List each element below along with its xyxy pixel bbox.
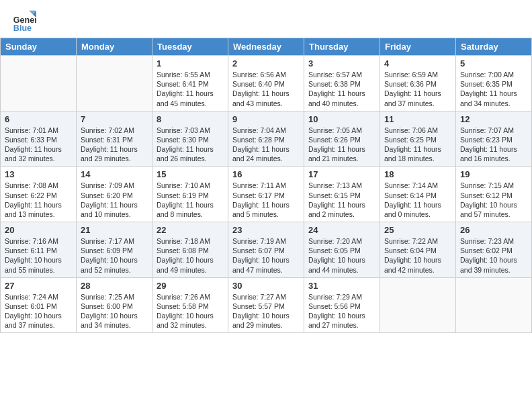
day-info: Sunrise: 7:01 AM Sunset: 6:33 PM Dayligh… xyxy=(5,126,72,164)
day-number: 23 xyxy=(232,225,300,235)
day-number: 26 xyxy=(460,225,527,235)
column-header-saturday: Saturday xyxy=(456,38,532,56)
day-number: 2 xyxy=(232,58,300,68)
day-info: Sunrise: 7:23 AM Sunset: 6:02 PM Dayligh… xyxy=(460,236,527,275)
logo: General Blue xyxy=(12,9,36,34)
column-header-thursday: Thursday xyxy=(304,38,380,56)
calendar-cell: 30Sunrise: 7:27 AM Sunset: 5:57 PM Dayli… xyxy=(228,277,304,333)
day-info: Sunrise: 7:19 AM Sunset: 6:07 PM Dayligh… xyxy=(232,236,300,275)
day-info: Sunrise: 6:56 AM Sunset: 6:40 PM Dayligh… xyxy=(232,70,300,108)
calendar-cell: 9Sunrise: 7:04 AM Sunset: 6:28 PM Daylig… xyxy=(228,111,304,167)
day-number: 22 xyxy=(157,225,224,235)
day-info: Sunrise: 7:15 AM Sunset: 6:12 PM Dayligh… xyxy=(460,181,527,219)
day-number: 29 xyxy=(157,281,224,291)
day-info: Sunrise: 7:24 AM Sunset: 6:01 PM Dayligh… xyxy=(5,292,72,330)
day-info: Sunrise: 7:07 AM Sunset: 6:23 PM Dayligh… xyxy=(460,126,527,164)
day-info: Sunrise: 7:17 AM Sunset: 6:09 PM Dayligh… xyxy=(81,236,148,275)
day-info: Sunrise: 7:00 AM Sunset: 6:35 PM Dayligh… xyxy=(460,70,527,108)
day-number: 4 xyxy=(384,58,451,68)
calendar-week-row: 27Sunrise: 7:24 AM Sunset: 6:01 PM Dayli… xyxy=(1,277,532,333)
day-info: Sunrise: 7:10 AM Sunset: 6:19 PM Dayligh… xyxy=(157,181,224,219)
day-number: 11 xyxy=(384,114,451,124)
calendar-cell: 4Sunrise: 6:59 AM Sunset: 6:36 PM Daylig… xyxy=(380,56,456,111)
day-info: Sunrise: 6:59 AM Sunset: 6:36 PM Dayligh… xyxy=(384,70,451,108)
calendar-cell: 24Sunrise: 7:20 AM Sunset: 6:05 PM Dayli… xyxy=(304,222,380,278)
day-info: Sunrise: 6:55 AM Sunset: 6:41 PM Dayligh… xyxy=(157,70,224,108)
calendar-cell: 1Sunrise: 6:55 AM Sunset: 6:41 PM Daylig… xyxy=(152,56,228,111)
day-info: Sunrise: 7:16 AM Sunset: 6:11 PM Dayligh… xyxy=(5,236,72,275)
calendar-cell xyxy=(1,56,77,111)
day-number: 31 xyxy=(308,281,375,291)
calendar-cell: 25Sunrise: 7:22 AM Sunset: 6:04 PM Dayli… xyxy=(380,222,456,278)
page-header: General Blue xyxy=(0,0,532,38)
day-info: Sunrise: 7:18 AM Sunset: 6:08 PM Dayligh… xyxy=(157,236,224,275)
day-info: Sunrise: 7:02 AM Sunset: 6:31 PM Dayligh… xyxy=(81,126,148,164)
calendar-cell: 14Sunrise: 7:09 AM Sunset: 6:20 PM Dayli… xyxy=(77,167,152,222)
calendar-cell: 6Sunrise: 7:01 AM Sunset: 6:33 PM Daylig… xyxy=(1,111,77,167)
logo-icon: General Blue xyxy=(12,9,36,34)
calendar-cell: 19Sunrise: 7:15 AM Sunset: 6:12 PM Dayli… xyxy=(456,167,532,222)
day-info: Sunrise: 7:08 AM Sunset: 6:22 PM Dayligh… xyxy=(5,181,72,219)
column-header-wednesday: Wednesday xyxy=(228,38,304,56)
day-info: Sunrise: 7:13 AM Sunset: 6:15 PM Dayligh… xyxy=(308,181,375,219)
calendar-cell: 28Sunrise: 7:25 AM Sunset: 6:00 PM Dayli… xyxy=(77,277,152,333)
day-info: Sunrise: 7:04 AM Sunset: 6:28 PM Dayligh… xyxy=(232,126,300,164)
day-number: 17 xyxy=(308,169,375,179)
day-info: Sunrise: 7:03 AM Sunset: 6:30 PM Dayligh… xyxy=(157,126,224,164)
day-number: 19 xyxy=(460,169,527,179)
calendar-cell: 18Sunrise: 7:14 AM Sunset: 6:14 PM Dayli… xyxy=(380,167,456,222)
day-info: Sunrise: 7:05 AM Sunset: 6:26 PM Dayligh… xyxy=(308,126,375,164)
calendar-cell: 7Sunrise: 7:02 AM Sunset: 6:31 PM Daylig… xyxy=(77,111,152,167)
day-number: 18 xyxy=(384,169,451,179)
day-info: Sunrise: 7:26 AM Sunset: 5:58 PM Dayligh… xyxy=(157,292,224,330)
calendar-table: SundayMondayTuesdayWednesdayThursdayFrid… xyxy=(0,38,532,333)
day-number: 3 xyxy=(308,58,375,68)
calendar-cell: 10Sunrise: 7:05 AM Sunset: 6:26 PM Dayli… xyxy=(304,111,380,167)
day-info: Sunrise: 7:27 AM Sunset: 5:57 PM Dayligh… xyxy=(232,292,300,330)
calendar-cell: 5Sunrise: 7:00 AM Sunset: 6:35 PM Daylig… xyxy=(456,56,532,111)
day-number: 9 xyxy=(232,114,300,124)
day-number: 5 xyxy=(460,58,527,68)
svg-text:Blue: Blue xyxy=(13,24,32,33)
column-header-tuesday: Tuesday xyxy=(152,38,228,56)
calendar-cell: 17Sunrise: 7:13 AM Sunset: 6:15 PM Dayli… xyxy=(304,167,380,222)
day-number: 6 xyxy=(5,114,72,124)
day-info: Sunrise: 7:06 AM Sunset: 6:25 PM Dayligh… xyxy=(384,126,451,164)
day-info: Sunrise: 7:20 AM Sunset: 6:05 PM Dayligh… xyxy=(308,236,375,275)
day-info: Sunrise: 7:29 AM Sunset: 5:56 PM Dayligh… xyxy=(308,292,375,330)
calendar-cell: 23Sunrise: 7:19 AM Sunset: 6:07 PM Dayli… xyxy=(228,222,304,278)
calendar-cell: 31Sunrise: 7:29 AM Sunset: 5:56 PM Dayli… xyxy=(304,277,380,333)
day-info: Sunrise: 6:57 AM Sunset: 6:38 PM Dayligh… xyxy=(308,70,375,108)
day-number: 15 xyxy=(157,169,224,179)
calendar-cell: 26Sunrise: 7:23 AM Sunset: 6:02 PM Dayli… xyxy=(456,222,532,278)
calendar-cell: 27Sunrise: 7:24 AM Sunset: 6:01 PM Dayli… xyxy=(1,277,77,333)
calendar-week-row: 20Sunrise: 7:16 AM Sunset: 6:11 PM Dayli… xyxy=(1,222,532,278)
calendar-cell: 16Sunrise: 7:11 AM Sunset: 6:17 PM Dayli… xyxy=(228,167,304,222)
day-info: Sunrise: 7:25 AM Sunset: 6:00 PM Dayligh… xyxy=(81,292,148,330)
calendar-week-row: 6Sunrise: 7:01 AM Sunset: 6:33 PM Daylig… xyxy=(1,111,532,167)
calendar-cell: 12Sunrise: 7:07 AM Sunset: 6:23 PM Dayli… xyxy=(456,111,532,167)
calendar-cell: 21Sunrise: 7:17 AM Sunset: 6:09 PM Dayli… xyxy=(77,222,152,278)
calendar-cell xyxy=(380,277,456,333)
day-number: 30 xyxy=(232,281,300,291)
calendar-cell: 8Sunrise: 7:03 AM Sunset: 6:30 PM Daylig… xyxy=(152,111,228,167)
calendar-week-row: 13Sunrise: 7:08 AM Sunset: 6:22 PM Dayli… xyxy=(1,167,532,222)
calendar-cell: 2Sunrise: 6:56 AM Sunset: 6:40 PM Daylig… xyxy=(228,56,304,111)
day-number: 20 xyxy=(5,225,72,235)
day-number: 24 xyxy=(308,225,375,235)
day-info: Sunrise: 7:22 AM Sunset: 6:04 PM Dayligh… xyxy=(384,236,451,275)
calendar-header-row: SundayMondayTuesdayWednesdayThursdayFrid… xyxy=(1,38,532,56)
calendar-cell: 22Sunrise: 7:18 AM Sunset: 6:08 PM Dayli… xyxy=(152,222,228,278)
day-info: Sunrise: 7:11 AM Sunset: 6:17 PM Dayligh… xyxy=(232,181,300,219)
column-header-friday: Friday xyxy=(380,38,456,56)
day-number: 14 xyxy=(81,169,148,179)
day-number: 8 xyxy=(157,114,224,124)
calendar-cell: 20Sunrise: 7:16 AM Sunset: 6:11 PM Dayli… xyxy=(1,222,77,278)
day-number: 16 xyxy=(232,169,300,179)
day-info: Sunrise: 7:09 AM Sunset: 6:20 PM Dayligh… xyxy=(81,181,148,219)
day-number: 27 xyxy=(5,281,72,291)
calendar-cell xyxy=(456,277,532,333)
calendar-cell xyxy=(77,56,152,111)
calendar-cell: 13Sunrise: 7:08 AM Sunset: 6:22 PM Dayli… xyxy=(1,167,77,222)
calendar-cell: 3Sunrise: 6:57 AM Sunset: 6:38 PM Daylig… xyxy=(304,56,380,111)
